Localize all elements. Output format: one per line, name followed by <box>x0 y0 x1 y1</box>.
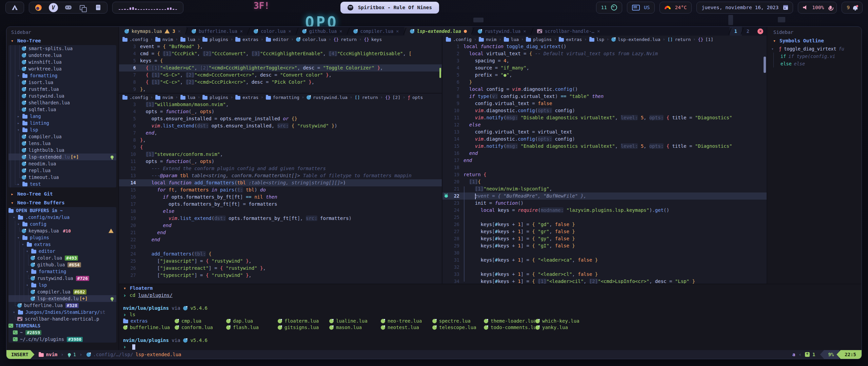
breadcrumb-item[interactable]: {}[2] <box>385 95 400 100</box>
code-line[interactable]: 33 keys[#keys + 1] = { "<leader>cl", fal… <box>442 271 767 278</box>
code-line[interactable]: 25 ["javascript"] = { "rustywind" }, <box>119 258 442 265</box>
breadcrumb-item[interactable]: {}[1] <box>698 37 713 42</box>
section-neo-tree[interactable]: ▾ Neo-Tree <box>7 36 118 45</box>
breadcrumb-item[interactable]: {}return <box>333 37 357 42</box>
tab-close-icon[interactable]: × <box>523 28 526 34</box>
code-line[interactable]: 18 <box>442 164 767 171</box>
ls-entry[interactable]: todo-comments.lua <box>484 324 535 331</box>
code-line[interactable]: 6 vim.list_extend(dst: opts.ensure_insta… <box>119 122 442 129</box>
code-line[interactable]: 9 config.virtual_text = false <box>442 100 767 107</box>
tab-rustywind-lua[interactable]: rustywind.lua× <box>472 27 532 36</box>
ls-entry[interactable]: dap.lua <box>226 318 278 324</box>
code-line[interactable]: 5 prefix = "●", <box>442 72 767 79</box>
ls-entry[interactable]: yanky.lua <box>535 324 587 331</box>
ls-entry[interactable]: neotest.lua <box>381 324 432 331</box>
tree-item[interactable]: keymaps.lua#10 <box>8 227 116 234</box>
breadcrumb-item[interactable]: color.lua <box>296 37 326 42</box>
tree-item[interactable]: ▾lsp <box>8 282 116 288</box>
tree-item[interactable]: isort.lua <box>8 79 116 86</box>
tree-item[interactable]: bufferline.lua#328 <box>8 302 116 309</box>
ls-entry[interactable]: gitsigns.lua <box>278 324 329 331</box>
breadcrumb-item[interactable]: .config <box>122 37 148 42</box>
code-line[interactable]: 24 add_formatters(tbl: { <box>119 250 442 258</box>
ls-entry[interactable]: bufferline.lua <box>123 324 175 331</box>
outline-item[interactable]: ▾ƒtoggle_diag_virtext fu <box>769 45 862 53</box>
code-line[interactable]: 4 opts = function(_, opts) <box>119 108 442 115</box>
tree-item[interactable]: worktree.lua <box>8 65 116 72</box>
code-line[interactable]: 17end <box>442 157 767 164</box>
project-indicator[interactable]: nvim <box>39 352 58 357</box>
code-line[interactable]: 14 local function add_formatters(tbl :ta… <box>119 179 442 186</box>
tree-item[interactable]: ▾config <box>8 221 116 227</box>
volume-widget[interactable]: 100% <box>798 2 837 14</box>
code-line[interactable]: 7 local config = vim.diagnostic.config() <box>442 86 767 93</box>
code-line[interactable]: 2 local virtual_text = { -- Default virt… <box>442 50 767 57</box>
section-neo-tree-buffers[interactable]: ▾ Neo-Tree Buffers <box>7 198 118 207</box>
code-line[interactable]: 34 keys[#keys + 1] = { [1]"<leader>cil",… <box>442 278 767 284</box>
ls-entry[interactable]: theme-loader.lua <box>484 318 535 324</box>
code-line[interactable]: 8}, <box>119 137 442 144</box>
code-line[interactable]: 23 <box>119 243 442 250</box>
tab-lsp-extended-lua[interactable]: lsp-extended.lua <box>405 27 472 36</box>
breadcrumb-item[interactable]: []return <box>668 37 691 42</box>
ls-entry[interactable]: cmp.lua <box>175 318 226 324</box>
code-line[interactable]: 19return { <box>442 171 767 178</box>
tree-item[interactable]: TERMINALS <box>8 322 116 329</box>
now-playing-widget[interactable]: Spiritbox - Rule Of Nines <box>340 2 439 14</box>
clock-widget[interactable]: jueves, noviembre 16, 2023 <box>696 2 793 14</box>
ls-entry[interactable]: mason.lua <box>329 324 381 331</box>
keyboard-layout-widget[interactable]: US <box>627 2 655 14</box>
breadcrumb-item[interactable]: formatting <box>266 95 299 100</box>
tree-item[interactable]: neodim.lua <box>8 160 116 167</box>
tree-item[interactable]: ▾formatting <box>8 268 116 275</box>
workspace-windows[interactable] <box>79 3 87 12</box>
tree-item[interactable]: sqlfmt.lua <box>8 106 116 113</box>
workspace-neovim-active[interactable]: V <box>49 3 58 12</box>
code-line[interactable]: 9}, <box>119 86 442 93</box>
workspace-games[interactable] <box>64 3 73 12</box>
tree-item[interactable]: ▾editor <box>8 248 116 255</box>
code-line[interactable]: 21 end <box>119 229 442 236</box>
tree-item[interactable]: compiler.lua#682 <box>8 288 116 295</box>
code-line[interactable]: 15 vim.notify(msg: "Enabled diagnostics … <box>442 143 767 150</box>
code-line[interactable]: 13 ---@param tbl table<string, conform.F… <box>119 172 442 179</box>
workspace-firefox[interactable] <box>34 3 43 12</box>
ls-entry[interactable]: lualine.lua <box>329 318 381 324</box>
tab-close-icon[interactable]: × <box>597 28 600 34</box>
code-line[interactable]: 3 [1]"williamboman/mason.nvim", <box>119 101 442 108</box>
ls-entry[interactable]: floaterm.lua <box>278 318 329 324</box>
tree-item[interactable]: ▾lsp <box>8 126 116 133</box>
breadcrumb-item[interactable]: plugins <box>202 95 228 100</box>
ls-entry[interactable]: conform.lua <box>175 324 226 331</box>
breadcrumb-item[interactable]: .config <box>446 37 472 42</box>
tab-close-icon[interactable]: × <box>240 28 243 34</box>
tree-item[interactable]: github.lua#654 <box>8 261 116 268</box>
code-line[interactable]: 7 end, <box>119 129 442 137</box>
tab-close-icon[interactable]: × <box>339 28 342 34</box>
ls-entry[interactable]: which-key.lua <box>535 318 587 324</box>
code-line[interactable]: 28 keys[#keys + 1] = { "gy", false } <box>442 235 767 242</box>
code-line[interactable]: 4cmd = { [1]"CccPick", [2]"CccConvert", … <box>119 50 442 57</box>
file-indicator[interactable]: .config/…/lsp/lsp-extended.lua <box>86 352 181 357</box>
breadcrumb-item[interactable]: []return <box>355 95 378 100</box>
tree-item[interactable]: shellharden.lua <box>8 99 116 106</box>
tree-item[interactable]: ▾extras <box>8 241 116 248</box>
breadcrumb-item[interactable]: lua <box>180 37 195 42</box>
tree-item[interactable]: ▾plugins <box>8 234 116 241</box>
code-line[interactable]: 6 } <box>442 79 767 86</box>
code-line[interactable]: 1local function toggle_diag_virtext() <box>442 43 767 50</box>
tree-item[interactable]: timeout.lua <box>8 174 116 181</box>
breadcrumb-item[interactable]: lsp <box>589 37 604 42</box>
code-line[interactable]: 24 local keys = require(modname: "lazyvi… <box>442 207 767 214</box>
code-line[interactable]: 29 keys[#keys + 1] = { "gI", false } <box>442 242 767 249</box>
tree-item[interactable]: ▸linting <box>8 120 116 126</box>
code-line[interactable]: 16 if opts.formatters_by_ft[ft] == nil t… <box>119 194 442 201</box>
code-line[interactable]: 18 else <box>119 208 442 215</box>
tab-color-lua[interactable]: color.lua× <box>248 27 297 36</box>
tree-item[interactable]: rustywind.lua#726 <box>8 275 116 282</box>
tree-item[interactable]: repl.lua <box>8 167 116 174</box>
breadcrumb-item[interactable]: extras <box>235 37 258 42</box>
tab-keymaps-lua[interactable]: keymaps.lua3× <box>119 27 186 36</box>
tree-item[interactable]: winshift.lua <box>8 59 116 65</box>
code-line[interactable]: 20 [1]{ <box>442 178 767 185</box>
